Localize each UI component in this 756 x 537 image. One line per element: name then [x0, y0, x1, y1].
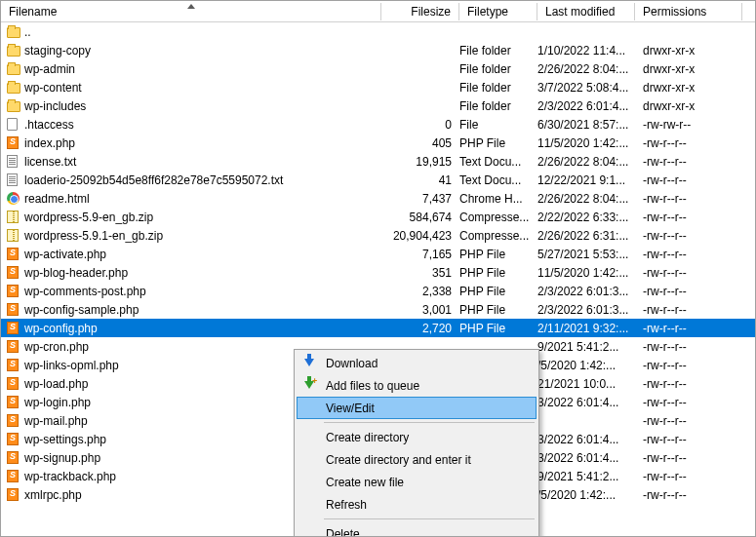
- menu-refresh[interactable]: Refresh: [297, 493, 537, 516]
- file-modified: 3/2022 6:01:4...: [537, 451, 635, 465]
- file-row[interactable]: wp-includesFile folder2/3/2022 6:01:4...…: [1, 96, 755, 115]
- file-name: .htaccess: [24, 118, 381, 132]
- file-name: readme.html: [24, 192, 381, 206]
- file-permissions: -rw-r--r--: [635, 285, 742, 298]
- column-headers[interactable]: Filename Filesize Filetype Last modified…: [1, 1, 755, 22]
- php-icon: [7, 266, 24, 279]
- file-size: 0: [381, 118, 459, 132]
- file-type: PHP File: [459, 303, 537, 317]
- txt-icon: [7, 155, 24, 168]
- file-modified: 6/30/2021 8:57:...: [537, 118, 635, 132]
- file-row[interactable]: wp-adminFile folder2/26/2022 8:04:...drw…: [1, 59, 755, 78]
- file-permissions: -rw-r--r--: [635, 248, 742, 261]
- file-type: Chrome H...: [459, 192, 537, 206]
- folder-icon: [7, 62, 24, 75]
- file-permissions: drwxr-xr-x: [635, 81, 742, 95]
- file-name: loaderio-25092b54d5e8ff6f282e78e7c559507…: [24, 173, 381, 187]
- file-modified: 9/2021 5:41:2...: [537, 470, 635, 483]
- file-name: wp-comments-post.php: [24, 285, 381, 298]
- menu-add-to-queue[interactable]: Add files to queue: [297, 374, 537, 397]
- menu-delete[interactable]: Delete: [297, 522, 537, 537]
- file-row[interactable]: wordpress-5.9-en_gb.zip584,674Compresse.…: [1, 208, 755, 226]
- file-name: wordpress-5.9.1-en_gb.zip: [24, 229, 381, 243]
- file-permissions: -rw-r--r--: [635, 433, 742, 446]
- file-size: 2,338: [381, 285, 459, 298]
- file-type: File folder: [459, 99, 537, 113]
- header-permissions[interactable]: Permissions: [635, 3, 742, 20]
- file-row[interactable]: loaderio-25092b54d5e8ff6f282e78e7c559507…: [1, 171, 755, 189]
- file-name: wp-admin: [24, 62, 381, 76]
- file-modified: 2/26/2022 8:04:...: [537, 62, 635, 76]
- file-size: 7,437: [381, 192, 459, 206]
- php-icon: [7, 414, 24, 427]
- file-row[interactable]: wordpress-5.9.1-en_gb.zip20,904,423Compr…: [1, 226, 755, 245]
- header-filename[interactable]: Filename: [1, 3, 381, 20]
- file-size: 41: [381, 173, 459, 187]
- file-row[interactable]: wp-config-sample.php3,001PHP File2/3/202…: [1, 300, 755, 319]
- file-permissions: -rw-r--r--: [635, 155, 742, 169]
- menu-createdirenter-label: Create directory and enter it: [326, 453, 471, 467]
- txt-icon: [7, 173, 24, 186]
- php-icon: [7, 136, 24, 149]
- file-modified: /5/2020 1:42:...: [537, 359, 635, 372]
- file-type: Text Docu...: [459, 155, 537, 169]
- file-modified: 2/3/2022 6:01:3...: [537, 285, 635, 298]
- file-permissions: -rw-r--r--: [635, 396, 742, 409]
- php-icon: [7, 322, 24, 334]
- file-row[interactable]: staging-copyFile folder1/10/2022 11:4...…: [1, 41, 755, 59]
- file-name: wp-content: [24, 81, 381, 95]
- menu-create-directory-enter[interactable]: Create directory and enter it: [297, 448, 537, 471]
- menu-separator: [324, 422, 535, 423]
- menu-delete-label: Delete: [326, 527, 360, 538]
- file-modified: 2/26/2022 8:04:...: [537, 155, 635, 169]
- file-row[interactable]: readme.html7,437Chrome H...2/26/2022 8:0…: [1, 189, 755, 208]
- file-type: PHP File: [459, 266, 537, 280]
- php-icon: [7, 248, 24, 260]
- header-filesize[interactable]: Filesize: [381, 3, 459, 20]
- php-icon: [7, 451, 24, 464]
- menu-download[interactable]: Download: [297, 352, 537, 374]
- file-permissions: -rw-r--r--: [635, 451, 742, 465]
- file-row[interactable]: wp-blog-header.php351PHP File11/5/2020 1…: [1, 263, 755, 282]
- header-filename-label: Filename: [9, 5, 57, 19]
- file-row[interactable]: license.txt19,915Text Docu...2/26/2022 8…: [1, 152, 755, 171]
- file-modified: 9/2021 5:41:2...: [537, 340, 635, 354]
- file-name: ..: [24, 25, 381, 39]
- file-permissions: -rw-r--r--: [635, 488, 742, 502]
- file-type: PHP File: [459, 322, 537, 335]
- file-row[interactable]: wp-contentFile folder3/7/2022 5:08:4...d…: [1, 78, 755, 96]
- file-modified: 2/26/2022 8:04:...: [537, 192, 635, 206]
- zip-icon: [7, 211, 24, 223]
- file-permissions: -rw-rw-r--: [635, 118, 742, 132]
- file-permissions: -rw-r--r--: [635, 229, 742, 243]
- file-type: Compresse...: [459, 211, 537, 224]
- file-row[interactable]: .htaccess0File6/30/2021 8:57:...-rw-rw-r…: [1, 115, 755, 134]
- file-type: PHP File: [459, 136, 537, 150]
- header-lastmodified[interactable]: Last modified: [537, 3, 635, 20]
- file-permissions: -rw-r--r--: [635, 414, 742, 428]
- file-name: wp-config.php: [24, 322, 381, 335]
- file-modified: 2/22/2022 6:33:...: [537, 211, 635, 224]
- menu-create-directory[interactable]: Create directory: [297, 426, 537, 448]
- file-row[interactable]: wp-activate.php7,165PHP File5/27/2021 5:…: [1, 245, 755, 263]
- file-modified: 2/3/2022 6:01:3...: [537, 303, 635, 317]
- menu-createfile-label: Create new file: [326, 476, 404, 489]
- file-type: File: [459, 118, 537, 132]
- file-name: wp-activate.php: [24, 248, 381, 261]
- file-modified: 2/26/2022 6:31:...: [537, 229, 635, 243]
- menu-create-new-file[interactable]: Create new file: [297, 471, 537, 493]
- file-row[interactable]: wp-comments-post.php2,338PHP File2/3/202…: [1, 282, 755, 300]
- php-icon: [7, 359, 24, 371]
- menu-view-edit[interactable]: View/Edit: [297, 397, 537, 419]
- file-row[interactable]: ..: [1, 22, 755, 41]
- header-filetype[interactable]: Filetype: [459, 3, 537, 20]
- php-icon: [7, 433, 24, 445]
- file-row[interactable]: index.php405PHP File11/5/2020 1:42:...-r…: [1, 134, 755, 152]
- file-permissions: -rw-r--r--: [635, 173, 742, 187]
- file-permissions: -rw-r--r--: [635, 266, 742, 280]
- file-size: 7,165: [381, 248, 459, 261]
- file-permissions: -rw-r--r--: [635, 359, 742, 372]
- file-modified: 21/2021 10:0...: [537, 377, 635, 391]
- php-icon: [7, 340, 24, 353]
- file-row[interactable]: wp-config.php2,720PHP File2/11/2021 9:32…: [1, 319, 755, 337]
